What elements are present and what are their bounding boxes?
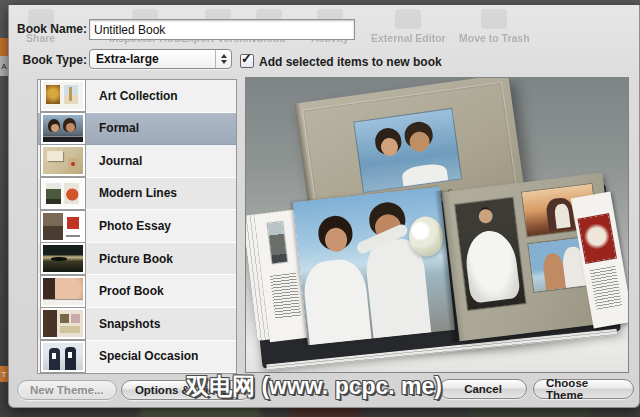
modern-theme-thumbnail-icon [41,178,85,209]
backdrop-photo-blob [140,407,260,417]
watermark: 双电网 (www. pcpc. me) [186,371,442,402]
ghost-toolbar-label: External Editor [371,32,446,44]
journal-theme-thumbnail-icon [41,145,85,176]
ghost-toolbar-item: External Editor [371,9,446,44]
theme-row-formal[interactable]: Formal [38,113,236,146]
book-type-value: Extra-large [90,52,215,66]
theme-row-label: Photo Essay [99,219,171,233]
theme-row-label: Modern Lines [99,186,177,200]
cancel-button[interactable]: Cancel [439,379,527,399]
theme-row-proof-book[interactable]: Proof Book [38,275,236,308]
background-edge-tab-a: A [0,56,8,76]
add-items-label: Add selected items to new book [259,55,442,69]
background-edge-tab-t: T [0,366,8,382]
theme-list: Art CollectionFormalJournalModern LinesP… [37,79,237,374]
background-edge-strip [0,38,8,56]
theme-row-journal[interactable]: Journal [38,145,236,178]
theme-row-snapshots[interactable]: Snapshots [38,308,236,341]
left-page-photo [293,187,455,346]
popup-stepper-icon [215,50,231,68]
book-name-label: Book Name: [15,22,87,36]
ghost-toolbar-label: Move to Trash [459,32,530,44]
ghost-toolbar-icon [395,9,421,29]
theme-row-modern-lines[interactable]: Modern Lines [38,178,236,211]
theme-row-photo-essay[interactable]: Photo Essay [38,210,236,243]
book-type-label: Book Type: [15,53,87,67]
backdrop-photo-blob [470,407,590,417]
theme-row-label: Journal [99,154,142,168]
small-photo [268,222,288,264]
theme-row-label: Art Collection [99,89,178,103]
proof-theme-thumbnail-icon [41,276,85,307]
art-theme-thumbnail-icon [41,80,85,111]
caption-text-lines [590,266,623,310]
new-book-dialog: ShareInspector HUDExport VersioniCloudAc… [8,5,640,408]
add-items-checkbox[interactable] [240,54,254,68]
ghost-toolbar-item: Move to Trash [459,9,530,44]
snap-theme-thumbnail-icon [41,308,85,339]
backdrop-photo-blob [290,407,360,417]
formal-theme-thumbnail-icon [41,113,85,144]
essay-theme-thumbnail-icon [41,211,85,242]
theme-row-label: Proof Book [99,284,164,298]
special-theme-thumbnail-icon [41,341,85,372]
caption-text-lines [270,273,301,320]
theme-row-label: Special Occasion [99,349,198,363]
book-type-dropdown[interactable]: Extra-large [89,49,232,69]
open-book-preview [246,178,629,373]
theme-row-special-occasion[interactable]: Special Occasion [38,341,236,374]
ghost-toolbar-icon [481,9,507,29]
theme-row-label: Formal [99,121,139,135]
theme-row-label: Picture Book [99,252,173,266]
book-name-input[interactable] [89,19,355,40]
theme-row-picture-book[interactable]: Picture Book [38,243,236,276]
shoes-photo [579,214,616,263]
theme-row-art-collection[interactable]: Art Collection [38,80,236,113]
choose-theme-button[interactable]: Choose Theme [533,379,634,399]
picture-theme-thumbnail-icon [41,243,85,274]
theme-row-label: Snapshots [99,317,160,331]
new-theme-button[interactable]: New Theme... [17,380,117,400]
theme-preview-panel: Celebrating Our Spe [245,77,629,373]
bride-photo [455,198,525,310]
